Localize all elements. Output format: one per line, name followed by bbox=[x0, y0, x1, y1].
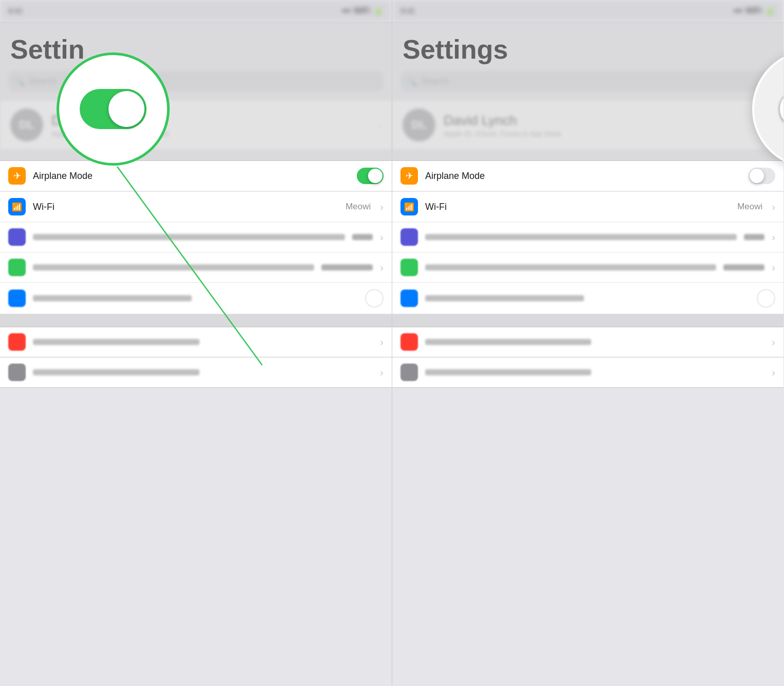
right-content-5 bbox=[425, 295, 584, 301]
right-profile-name: David Lynch bbox=[444, 113, 761, 129]
left-row-3: › bbox=[0, 222, 392, 252]
left-value-4 bbox=[321, 264, 373, 270]
left-spinner-5 bbox=[365, 289, 384, 308]
left-magnified-thumb bbox=[108, 91, 144, 127]
right-chevron-3: › bbox=[772, 231, 775, 243]
right-magnified-toggle bbox=[778, 89, 783, 129]
left-wifi-label: Wi-Fi bbox=[33, 202, 338, 212]
left-value-3 bbox=[352, 234, 373, 240]
left-search-icon: 🔍 bbox=[14, 77, 25, 86]
left-bottom-chevron-1: › bbox=[380, 336, 384, 348]
left-chevron-3: › bbox=[380, 231, 384, 243]
left-content-5 bbox=[33, 295, 192, 301]
left-avatar: DL bbox=[10, 109, 43, 141]
left-airplane-icon: ✈ bbox=[8, 167, 26, 185]
right-icon-3 bbox=[400, 228, 418, 246]
right-phone-panel: 9:41 ▪▪▪ WiFi 🔋 Settings 🔍 Search DL Dav… bbox=[392, 0, 783, 686]
right-spinner-5 bbox=[757, 289, 775, 308]
right-bottom-section: › › bbox=[392, 327, 783, 388]
right-airplane-icon: ✈ bbox=[400, 167, 418, 185]
right-bottom-icon-2 bbox=[400, 364, 418, 381]
left-magnified-toggle bbox=[80, 89, 147, 129]
right-settings-title: Settings bbox=[392, 22, 783, 71]
right-bottom-chevron-1: › bbox=[772, 336, 775, 348]
left-bottom-content-2 bbox=[33, 369, 199, 375]
right-content-4 bbox=[425, 264, 716, 270]
left-status-icons: ▪▪▪ WiFi 🔋 bbox=[342, 6, 384, 16]
right-wifi-row[interactable]: 📶 Wi-Fi Meowi › bbox=[392, 191, 783, 222]
right-bottom-content-2 bbox=[425, 369, 591, 375]
right-time: 9:41 bbox=[400, 7, 415, 15]
left-profile-chevron: › bbox=[378, 119, 381, 131]
right-airplane-row[interactable]: ✈ Airplane Mode bbox=[392, 160, 783, 191]
left-toggle-thumb bbox=[368, 169, 382, 183]
right-bottom-row-1: › bbox=[392, 327, 783, 357]
right-row-3: › bbox=[392, 222, 783, 252]
left-bottom-icon-1 bbox=[8, 333, 26, 351]
right-airplane-section: ✈ Airplane Mode 📶 Wi-Fi Meowi › bbox=[392, 160, 783, 314]
right-bottom-icon-1 bbox=[400, 333, 418, 351]
left-settings-title: Settin bbox=[0, 22, 392, 71]
left-airplane-row[interactable]: ✈ Airplane Mode bbox=[0, 160, 392, 191]
left-wifi-row[interactable]: 📶 Wi-Fi Meowi › bbox=[0, 191, 392, 222]
right-chevron-4: › bbox=[772, 262, 775, 274]
left-row-4: › bbox=[0, 252, 392, 283]
right-icon-5 bbox=[400, 290, 418, 307]
left-bottom-content-1 bbox=[33, 339, 199, 345]
left-content-4 bbox=[33, 264, 314, 270]
right-magnified-thumb bbox=[780, 91, 783, 127]
right-value-4 bbox=[723, 264, 764, 270]
left-icon-5 bbox=[8, 290, 26, 307]
right-profile-row[interactable]: DL David Lynch Apple ID, iCloud, iTunes … bbox=[392, 100, 783, 150]
right-airplane-toggle[interactable] bbox=[749, 168, 775, 184]
right-profile-subtitle: Apple ID, iCloud, iTunes & App Store bbox=[444, 130, 761, 138]
left-airplane-label: Airplane Mode bbox=[33, 171, 350, 182]
right-row-5 bbox=[392, 283, 783, 314]
right-avatar: DL bbox=[403, 109, 435, 141]
left-bottom-chevron-2: › bbox=[380, 367, 384, 378]
left-wifi-value: Meowi bbox=[345, 202, 371, 212]
right-wifi-icon: 📶 bbox=[400, 198, 418, 215]
right-icon-4 bbox=[400, 259, 418, 276]
right-toggle-thumb bbox=[750, 169, 764, 183]
right-bottom-chevron-2: › bbox=[772, 367, 775, 378]
left-wifi-icon: 📶 bbox=[8, 198, 26, 215]
right-bottom-row-2: › bbox=[392, 357, 783, 388]
left-icon-3 bbox=[8, 228, 26, 246]
left-bottom-row-2: › bbox=[0, 357, 392, 388]
left-phone-panel: 9:41 ▪▪▪ WiFi 🔋 Settin 🔍 Search DL David… bbox=[0, 0, 392, 686]
left-wifi-chevron: › bbox=[380, 201, 384, 213]
right-search-icon: 🔍 bbox=[407, 77, 417, 86]
left-magnify-circle bbox=[57, 52, 170, 166]
left-content-3 bbox=[33, 234, 345, 240]
left-time: 9:41 bbox=[8, 7, 23, 15]
left-bottom-icon-2 bbox=[8, 364, 26, 381]
left-row-5 bbox=[0, 283, 392, 314]
left-bottom-row-1: › bbox=[0, 327, 392, 357]
right-row-4: › bbox=[392, 252, 783, 283]
left-search-placeholder: Search bbox=[29, 76, 57, 86]
right-search-placeholder: Search bbox=[421, 76, 449, 86]
right-wifi-value: Meowi bbox=[737, 202, 762, 212]
right-value-3 bbox=[744, 234, 764, 240]
left-bottom-section: › › bbox=[0, 327, 392, 388]
right-bottom-content-1 bbox=[425, 339, 591, 345]
left-icon-4 bbox=[8, 259, 26, 276]
right-wifi-chevron: › bbox=[772, 201, 775, 213]
right-wifi-label: Wi-Fi bbox=[425, 202, 730, 212]
right-search-bar[interactable]: 🔍 Search bbox=[400, 71, 775, 92]
left-status-bar: 9:41 ▪▪▪ WiFi 🔋 bbox=[0, 0, 392, 22]
right-status-bar: 9:41 ▪▪▪ WiFi 🔋 bbox=[392, 0, 783, 22]
right-airplane-label: Airplane Mode bbox=[425, 171, 741, 182]
left-chevron-4: › bbox=[380, 262, 384, 274]
right-content-3 bbox=[425, 234, 737, 240]
left-airplane-toggle[interactable] bbox=[357, 168, 384, 184]
right-status-icons: ▪▪▪ WiFi 🔋 bbox=[734, 6, 775, 16]
left-airplane-section: ✈ Airplane Mode 📶 Wi-Fi Meowi › bbox=[0, 160, 392, 314]
